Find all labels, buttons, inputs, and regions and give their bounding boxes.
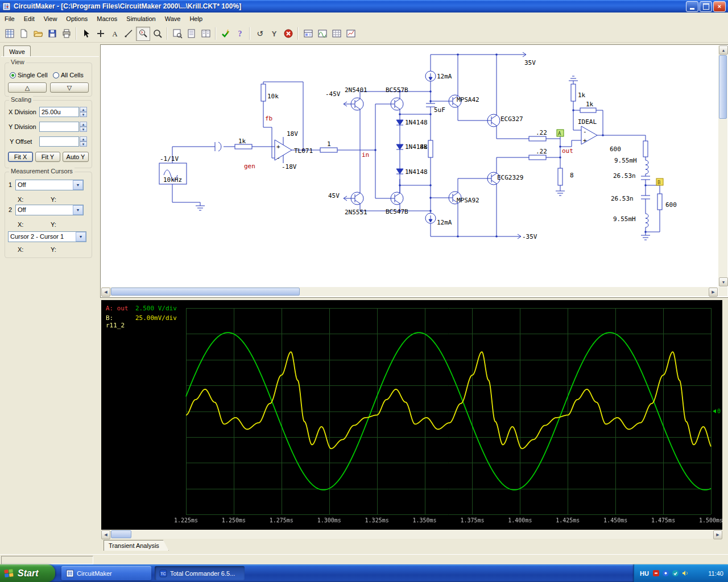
- fit-x-button[interactable]: Fit X: [8, 152, 33, 162]
- check-circuit-icon[interactable]: [218, 27, 233, 41]
- waveform-hscrollbar[interactable]: ◀ ▶: [101, 530, 722, 539]
- volume-icon[interactable]: [681, 569, 689, 577]
- scroll-up-icon[interactable]: ▲: [719, 45, 728, 55]
- x-division-input[interactable]: [39, 107, 79, 117]
- task-label: CircuitMaker: [77, 570, 112, 577]
- schematic-viewport[interactable]: 10kfb18VTL071-18V+-1k-1/1V10kHzgen1in-45…: [100, 44, 728, 298]
- chevron-down-icon[interactable]: ▼: [73, 205, 83, 215]
- schematic-label: -: [583, 128, 587, 135]
- schematic-label: fb: [265, 115, 272, 122]
- menu-options[interactable]: Options: [61, 14, 92, 24]
- svg-text:A: A: [112, 30, 118, 38]
- scrollbar-thumb[interactable]: [111, 288, 300, 296]
- scroll-left-icon[interactable]: ◀: [101, 288, 110, 297]
- reset-icon[interactable]: ↺: [253, 27, 267, 41]
- cell-down-button[interactable]: ▽: [50, 82, 89, 93]
- probe-icon[interactable]: [136, 27, 150, 41]
- tray-blue-icon[interactable]: [662, 569, 669, 577]
- chevron-down-icon[interactable]: ▼: [76, 232, 86, 242]
- minimize-button[interactable]: [686, 1, 698, 12]
- chevron-down-icon[interactable]: ▼: [73, 180, 83, 190]
- menu-view[interactable]: View: [39, 14, 62, 24]
- cursor1-select[interactable]: Off ▼: [15, 180, 84, 190]
- page-view-icon[interactable]: [184, 27, 198, 41]
- digital-panel-icon[interactable]: [301, 27, 315, 41]
- wire-icon[interactable]: [122, 27, 136, 41]
- schematic-label: IDEAL: [578, 118, 597, 126]
- scroll-right-icon[interactable]: ▶: [713, 530, 722, 539]
- cursor2-select[interactable]: Off ▼: [15, 205, 84, 215]
- cell-up-button[interactable]: △: [8, 82, 47, 93]
- clock[interactable]: 11:40: [708, 570, 723, 577]
- circuit-schematic[interactable]: 10kfb18VTL071-18V+-1k-1/1V10kHzgen1in-45…: [101, 45, 718, 286]
- y-offset-stepper[interactable]: ▲▼: [80, 136, 87, 147]
- schematic-label: 9.55mH: [613, 215, 636, 223]
- schematic-label: .22: [536, 129, 547, 136]
- browse-parts-icon[interactable]: [2, 27, 16, 41]
- fit-y-button[interactable]: Fit Y: [35, 152, 60, 162]
- tab-transient-analysis[interactable]: Transient Analysis: [104, 540, 169, 551]
- zoom-window-icon[interactable]: [170, 27, 184, 41]
- single-cell-radio[interactable]: [10, 72, 16, 78]
- task-button-circuitmaker[interactable]: CircuitMaker: [61, 566, 151, 580]
- toolbar-separator: [167, 27, 168, 40]
- y-division-label: Y Division: [9, 123, 36, 130]
- scrollbar-thumb[interactable]: [111, 530, 131, 538]
- restore-button[interactable]: [700, 1, 712, 12]
- open-icon[interactable]: [31, 27, 45, 41]
- schematic-label: +: [276, 143, 280, 151]
- task-button-total-commander-6-5[interactable]: TCTotal Commander 6.5...: [155, 566, 245, 580]
- scroll-down-icon[interactable]: ▼: [719, 277, 728, 286]
- device-grid-icon[interactable]: [329, 27, 344, 41]
- start-button[interactable]: Start: [0, 564, 55, 582]
- new-icon[interactable]: [16, 27, 31, 41]
- all-cells-radio[interactable]: [53, 72, 59, 78]
- zoom-icon[interactable]: [150, 27, 164, 41]
- text-icon[interactable]: A: [107, 27, 122, 41]
- schematic-vscrollbar[interactable]: ▲ ▼: [718, 45, 727, 286]
- tray-teal-icon[interactable]: [672, 569, 679, 577]
- svg-text:TC: TC: [160, 572, 166, 576]
- cursor1-x-label: X:: [18, 196, 23, 203]
- schematic-hscrollbar[interactable]: ◀ ▶: [101, 287, 718, 296]
- menu-simulation[interactable]: Simulation: [122, 14, 160, 24]
- stop-icon[interactable]: [281, 27, 295, 41]
- scroll-right-icon[interactable]: ▶: [709, 288, 718, 297]
- cursor-icon[interactable]: [79, 27, 93, 41]
- save-icon[interactable]: [45, 27, 59, 41]
- menu-macros[interactable]: Macros: [92, 14, 122, 24]
- y-division-stepper[interactable]: ▲▼: [80, 122, 87, 132]
- print-icon[interactable]: [59, 27, 73, 41]
- schematic-label: out: [562, 147, 573, 155]
- channel-b-scale: 25.00mV/div: [135, 314, 177, 329]
- x-division-stepper[interactable]: ▲▼: [80, 107, 87, 117]
- app-icon: [2, 2, 11, 11]
- waveform-window-icon[interactable]: [315, 27, 329, 41]
- waveform-plot[interactable]: [101, 300, 722, 530]
- scrollbar-thumb[interactable]: [719, 55, 727, 119]
- schematic-label: 1k: [578, 92, 586, 99]
- view-legend: View: [9, 59, 26, 65]
- analysis-window-icon[interactable]: [344, 27, 358, 41]
- close-button[interactable]: ×: [713, 1, 726, 12]
- all-cells-label: All Cells: [61, 72, 84, 78]
- schematic-label: B: [657, 180, 660, 185]
- y-offset-input[interactable]: [39, 136, 79, 147]
- trace-icon[interactable]: Y: [267, 27, 281, 41]
- cursor-diff-select[interactable]: Cursor 2 - Cursor 1 ▼: [8, 231, 86, 242]
- menu-edit[interactable]: Edit: [19, 14, 39, 24]
- menu-file[interactable]: File: [0, 14, 19, 24]
- menu-wave[interactable]: Wave: [160, 14, 185, 24]
- tab-wave[interactable]: Wave: [3, 45, 31, 57]
- tray-red-icon[interactable]: [652, 569, 660, 577]
- add-part-icon[interactable]: [93, 27, 107, 41]
- y-division-input[interactable]: [39, 122, 79, 132]
- schematic-label: 1k: [238, 138, 246, 145]
- scroll-left-icon[interactable]: ◀: [101, 530, 110, 539]
- language-indicator[interactable]: HU: [640, 570, 649, 577]
- auto-y-button[interactable]: Auto Y: [63, 152, 89, 162]
- menu-help[interactable]: Help: [185, 14, 207, 24]
- schematic-label: TL071: [294, 147, 313, 155]
- split-view-icon[interactable]: [198, 27, 213, 41]
- help-icon[interactable]: ?: [233, 27, 247, 41]
